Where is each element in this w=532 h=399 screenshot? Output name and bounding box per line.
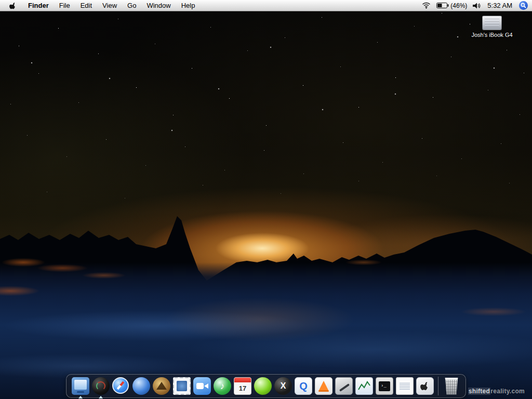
stamp-icon xyxy=(173,377,191,395)
menu-view[interactable]: View xyxy=(97,0,122,11)
dock-item-itunes[interactable] xyxy=(214,377,231,395)
dock-item-finder[interactable] xyxy=(72,377,89,395)
dock-item-graphics-app[interactable] xyxy=(335,377,353,395)
music-note-icon xyxy=(214,377,231,395)
apple-logo-icon xyxy=(420,381,430,391)
quicktime-q-icon xyxy=(295,377,312,395)
dock-item-dashboard[interactable] xyxy=(92,377,110,395)
dark-gauge-icon xyxy=(92,377,110,395)
desktop-wallpaper[interactable]: shiftedreality.com xyxy=(0,0,532,399)
wifi-menu-extra[interactable] xyxy=(422,2,431,9)
trash-icon xyxy=(444,378,459,395)
sunlit-rocks-glow xyxy=(0,0,532,399)
battery-icon xyxy=(436,3,449,8)
terminal-icon xyxy=(376,377,393,395)
calendar-icon: 17 xyxy=(234,377,251,395)
dock-item-ichat[interactable] xyxy=(193,377,211,395)
x11-icon xyxy=(274,377,292,395)
dock: 17 xyxy=(66,374,466,398)
blue-orb-icon xyxy=(132,377,150,395)
watermark-shifted: shifted xyxy=(468,388,490,395)
graph-icon xyxy=(355,377,373,395)
dock-item-ical[interactable]: 17 xyxy=(234,377,251,395)
dock-item-mail[interactable] xyxy=(173,377,191,395)
dock-item-safari[interactable] xyxy=(112,377,130,395)
hard-disk-icon xyxy=(482,16,502,30)
menu-bar-status-area: (46%) 5:32 AM xyxy=(422,1,529,10)
dock-item-internet[interactable] xyxy=(132,377,150,395)
dock-item-trash[interactable] xyxy=(443,377,460,395)
wallpaper-watermark: shiftedreality.com xyxy=(468,388,525,395)
video-camera-icon xyxy=(193,377,211,395)
apple-icon xyxy=(416,377,434,395)
document-icon xyxy=(396,377,414,395)
sextant-icon xyxy=(153,377,170,395)
menu-help[interactable]: Help xyxy=(176,0,201,11)
watermark-reality: reality.com xyxy=(490,388,525,395)
dock-item-x11[interactable] xyxy=(274,377,292,395)
monitor-icon xyxy=(72,377,89,395)
running-indicator xyxy=(99,396,103,398)
traffic-cone-icon xyxy=(315,377,332,395)
menu-file[interactable]: File xyxy=(54,0,75,11)
menu-finder[interactable]: Finder xyxy=(23,0,54,11)
battery-percent-label: (46%) xyxy=(450,2,467,9)
spotlight-magnifier-icon xyxy=(521,3,526,8)
spotlight-button[interactable] xyxy=(519,1,528,10)
battery-menu-extra[interactable]: (46%) xyxy=(436,2,467,9)
dock-item-grapher[interactable] xyxy=(355,377,373,395)
apple-logo-icon xyxy=(9,2,17,9)
wifi-icon xyxy=(422,2,431,9)
dock-item-apple-app[interactable] xyxy=(416,377,434,395)
menu-edit[interactable]: Edit xyxy=(75,0,97,11)
dock-separator xyxy=(438,377,438,395)
menu-bar: Finder File Edit View Go Window Help (46… xyxy=(0,0,532,11)
dock-item-quicktime[interactable] xyxy=(295,377,312,395)
menu-window[interactable]: Window xyxy=(141,0,176,11)
clock-menu-extra[interactable]: 5:32 AM xyxy=(486,2,513,9)
dock-item-textedit[interactable] xyxy=(396,377,414,395)
hard-disk-label: Josh's iBook G4 xyxy=(471,32,512,38)
green-orb-icon xyxy=(254,377,272,395)
desktop-icon-hard-disk[interactable]: Josh's iBook G4 xyxy=(458,16,526,38)
compass-icon xyxy=(112,377,129,394)
graph-line xyxy=(356,378,372,394)
volume-menu-extra[interactable] xyxy=(473,3,481,9)
dock-item-sherlock[interactable] xyxy=(153,377,170,395)
apple-menu[interactable] xyxy=(3,0,23,11)
dock-item-limewire[interactable] xyxy=(254,377,272,395)
gray-app-icon xyxy=(335,377,353,395)
speaker-icon xyxy=(473,3,481,9)
menu-go[interactable]: Go xyxy=(122,0,141,11)
trash-slot xyxy=(443,377,460,395)
calendar-day-number: 17 xyxy=(239,384,246,392)
dock-item-terminal[interactable] xyxy=(376,377,393,395)
running-indicator xyxy=(78,396,83,398)
dock-item-vlc[interactable] xyxy=(315,377,332,395)
